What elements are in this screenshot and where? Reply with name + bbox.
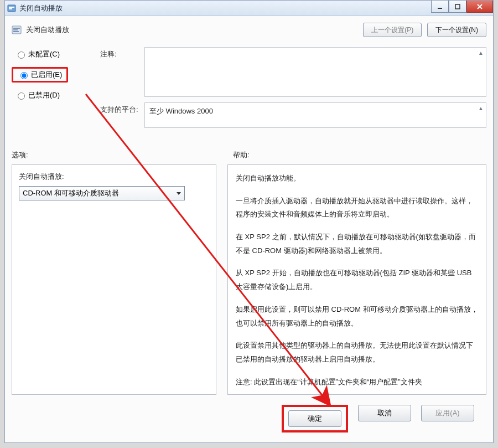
scroll-up-icon[interactable]: ▲ (478, 50, 485, 58)
svg-rect-4 (455, 4, 460, 9)
radio-disabled-label: 已禁用(D) (28, 90, 60, 100)
comment-label: 注释: (100, 47, 144, 97)
help-text: 在 XP SP2 之前，默认情况下，自动播放在可移动驱动器(如软盘驱动器，而不是… (236, 230, 478, 258)
ok-button[interactable]: 确定 (288, 410, 341, 427)
svg-rect-6 (13, 28, 20, 29)
radio-not-configured-input[interactable] (18, 52, 25, 59)
app-icon (7, 4, 16, 13)
titlebar[interactable]: 关闭自动播放 (5, 1, 493, 16)
platform-value: 至少 Windows 2000 (149, 107, 213, 115)
svg-rect-2 (9, 8, 12, 9)
apply-button[interactable]: 应用(A) (421, 405, 474, 421)
svg-rect-1 (9, 7, 14, 8)
options-column-label: 选项: (12, 151, 28, 159)
config-section: 未配置(C) 已启用(E) 已禁用(D) 注释: ▲ (12, 47, 486, 133)
help-text: 从 XP SP2 开始，自动播放也在可移动驱动器(包括 ZIP 驱动器和某些 U… (236, 266, 478, 293)
svg-rect-8 (13, 31, 19, 32)
meta-column: 注释: ▲ 支持的平台: 至少 Windows 2000 ▲ (100, 47, 486, 133)
radio-not-configured[interactable]: 未配置(C) (12, 49, 100, 59)
platform-label: 支持的平台: (100, 102, 144, 128)
radio-enabled-input[interactable] (20, 72, 28, 79)
radio-disabled[interactable]: 已禁用(D) (12, 90, 100, 100)
comment-textarea[interactable]: ▲ (144, 47, 486, 97)
radio-enabled[interactable]: 已启用(E) (14, 70, 62, 80)
dialog-window: 关闭自动播放 关闭自动播放 (4, 0, 494, 443)
help-column-label: 帮助: (233, 151, 250, 159)
ok-highlight-box: 确定 (282, 405, 348, 432)
help-text: 此设置禁用其他类型的驱动器上的自动播放。无法使用此设置在默认情况下已禁用的自动播… (236, 339, 478, 366)
autoplay-target-select[interactable]: CD-ROM 和可移动介质驱动器 (19, 186, 185, 200)
scroll-up-icon[interactable]: ▲ (478, 105, 485, 113)
window-controls (431, 1, 493, 13)
help-panel[interactable]: 关闭自动播放功能。 一旦将介质插入驱动器，自动播放就开始从驱动器中进行读取操作。… (227, 164, 486, 395)
cancel-button[interactable]: 取消 (358, 405, 411, 421)
help-text: 一旦将介质插入驱动器，自动播放就开始从驱动器中进行读取操作。这样，程序的安装文件… (236, 194, 478, 222)
radio-not-configured-label: 未配置(C) (28, 49, 60, 59)
option-field-label: 关闭自动播放: (19, 172, 209, 182)
previous-setting-button[interactable]: 上一个设置(P) (363, 23, 422, 37)
dialog-title: 关闭自动播放 (26, 25, 69, 35)
maximize-button[interactable] (449, 1, 466, 13)
columns-header: 选项: 帮助: (12, 150, 486, 160)
window-title: 关闭自动播放 (19, 3, 63, 13)
footer-buttons: 确定 取消 应用(A) (12, 395, 486, 436)
next-setting-button[interactable]: 下一个设置(N) (427, 23, 486, 37)
svg-rect-3 (438, 8, 442, 9)
svg-rect-7 (13, 29, 18, 30)
state-radios: 未配置(C) 已启用(E) 已禁用(D) (12, 47, 100, 133)
autoplay-target-value: CD-ROM 和可移动介质驱动器 (23, 188, 119, 198)
radio-enabled-highlight: 已启用(E) (12, 67, 68, 83)
minimize-button[interactable] (431, 1, 449, 13)
columns-body: 关闭自动播放: CD-ROM 和可移动介质驱动器 关闭自动播放功能。 一旦将介质… (12, 164, 486, 395)
help-text: 注意: 此设置出现在“计算机配置”文件夹和“用户配置”文件夹 (236, 375, 478, 389)
policy-icon (12, 25, 22, 35)
client-area: 关闭自动播放 上一个设置(P) 下一个设置(N) 未配置(C) 已启用(E) (5, 16, 493, 442)
close-button[interactable] (466, 1, 493, 13)
options-panel: 关闭自动播放: CD-ROM 和可移动介质驱动器 (12, 164, 216, 395)
header-row: 关闭自动播放 上一个设置(P) 下一个设置(N) (12, 23, 486, 37)
platform-textarea: 至少 Windows 2000 ▲ (144, 102, 486, 128)
radio-enabled-label: 已启用(E) (31, 70, 62, 80)
help-text: 如果启用此设置，则可以禁用 CD-ROM 和可移动介质驱动器上的自动播放，也可以… (236, 303, 478, 330)
help-text: 关闭自动播放功能。 (236, 172, 478, 186)
radio-disabled-input[interactable] (18, 92, 25, 100)
